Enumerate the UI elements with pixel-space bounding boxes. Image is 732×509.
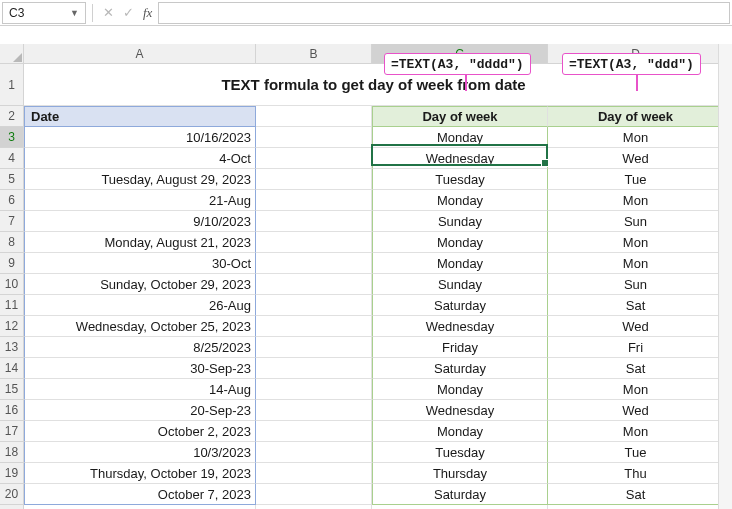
cell-D15[interactable]: Mon xyxy=(548,379,724,400)
cell-A20[interactable]: October 7, 2023 xyxy=(24,484,256,505)
row-header-4[interactable]: 4 xyxy=(0,148,24,169)
cell-C6[interactable]: Monday xyxy=(372,190,548,211)
cell-A3[interactable]: 10/16/2023 xyxy=(24,127,256,148)
row-header-13[interactable]: 13 xyxy=(0,337,24,358)
cell-A15[interactable]: 14-Aug xyxy=(24,379,256,400)
cell-B16[interactable] xyxy=(256,400,372,421)
cell-D8[interactable]: Mon xyxy=(548,232,724,253)
vertical-scrollbar[interactable] xyxy=(718,44,732,509)
chevron-down-icon[interactable]: ▼ xyxy=(70,8,79,18)
cell-B6[interactable] xyxy=(256,190,372,211)
cell-C15[interactable]: Monday xyxy=(372,379,548,400)
col-header-B[interactable]: B xyxy=(256,44,372,64)
cell-C7[interactable]: Sunday xyxy=(372,211,548,232)
row-header-12[interactable]: 12 xyxy=(0,316,24,337)
cell-B14[interactable] xyxy=(256,358,372,379)
cell-C14[interactable]: Saturday xyxy=(372,358,548,379)
cell-D10[interactable]: Sun xyxy=(548,274,724,295)
formula-input[interactable] xyxy=(158,2,730,24)
cell-A17[interactable]: October 2, 2023 xyxy=(24,421,256,442)
cell-C16[interactable]: Wednesday xyxy=(372,400,548,421)
cell-D4[interactable]: Wed xyxy=(548,148,724,169)
cell-C17[interactable]: Monday xyxy=(372,421,548,442)
cell-D19[interactable]: Thu xyxy=(548,463,724,484)
row-header-6[interactable]: 6 xyxy=(0,190,24,211)
row-header-20[interactable]: 20 xyxy=(0,484,24,505)
col-header-A[interactable]: A xyxy=(24,44,256,64)
cell-B17[interactable] xyxy=(256,421,372,442)
cell-B11[interactable] xyxy=(256,295,372,316)
cell-B19[interactable] xyxy=(256,463,372,484)
cell-D5[interactable]: Tue xyxy=(548,169,724,190)
cell-A6[interactable]: 21-Aug xyxy=(24,190,256,211)
cell-D16[interactable]: Wed xyxy=(548,400,724,421)
row-header-8[interactable]: 8 xyxy=(0,232,24,253)
grid[interactable]: ABCD1TEXT formula to get day of week fro… xyxy=(0,44,732,509)
header-day-short[interactable]: Day of week xyxy=(548,106,724,127)
row-header-16[interactable]: 16 xyxy=(0,400,24,421)
select-all-corner[interactable] xyxy=(0,44,24,64)
cell-D18[interactable]: Tue xyxy=(548,442,724,463)
cell-D9[interactable]: Mon xyxy=(548,253,724,274)
cell-C12[interactable]: Wednesday xyxy=(372,316,548,337)
cell-C9[interactable]: Monday xyxy=(372,253,548,274)
row-header-3[interactable]: 3 xyxy=(0,127,24,148)
cell-B7[interactable] xyxy=(256,211,372,232)
empty-cell[interactable] xyxy=(256,505,372,509)
cell-B12[interactable] xyxy=(256,316,372,337)
cell-D13[interactable]: Fri xyxy=(548,337,724,358)
cell-C18[interactable]: Tuesday xyxy=(372,442,548,463)
row-header-2[interactable]: 2 xyxy=(0,106,24,127)
empty-cell[interactable] xyxy=(24,505,256,509)
cell-A5[interactable]: Tuesday, August 29, 2023 xyxy=(24,169,256,190)
header-date[interactable]: Date xyxy=(24,106,256,127)
cell-D11[interactable]: Sat xyxy=(548,295,724,316)
row-header-1[interactable]: 1 xyxy=(0,64,24,106)
cell-A14[interactable]: 30-Sep-23 xyxy=(24,358,256,379)
row-header-19[interactable]: 19 xyxy=(0,463,24,484)
cell-B10[interactable] xyxy=(256,274,372,295)
cell-D3[interactable]: Mon xyxy=(548,127,724,148)
row-header-5[interactable]: 5 xyxy=(0,169,24,190)
cell-B3[interactable] xyxy=(256,127,372,148)
cell-C5[interactable]: Tuesday xyxy=(372,169,548,190)
row-header-7[interactable]: 7 xyxy=(0,211,24,232)
cell-C10[interactable]: Sunday xyxy=(372,274,548,295)
cell-D12[interactable]: Wed xyxy=(548,316,724,337)
empty-cell[interactable] xyxy=(548,505,724,509)
cell-B18[interactable] xyxy=(256,442,372,463)
cell-A18[interactable]: 10/3/2023 xyxy=(24,442,256,463)
cell-A4[interactable]: 4-Oct xyxy=(24,148,256,169)
cell-D20[interactable]: Sat xyxy=(548,484,724,505)
header-day-full[interactable]: Day of week xyxy=(372,106,548,127)
fx-icon[interactable]: fx xyxy=(139,5,156,21)
cell-A9[interactable]: 30-Oct xyxy=(24,253,256,274)
cell-A7[interactable]: 9/10/2023 xyxy=(24,211,256,232)
cell-B15[interactable] xyxy=(256,379,372,400)
cell-B20[interactable] xyxy=(256,484,372,505)
row-header-11[interactable]: 11 xyxy=(0,295,24,316)
cell-D17[interactable]: Mon xyxy=(548,421,724,442)
name-box[interactable]: C3 ▼ xyxy=(2,2,86,24)
cell-B9[interactable] xyxy=(256,253,372,274)
cell-D7[interactable]: Sun xyxy=(548,211,724,232)
cell-A8[interactable]: Monday, August 21, 2023 xyxy=(24,232,256,253)
cell-B4[interactable] xyxy=(256,148,372,169)
cell-A16[interactable]: 20-Sep-23 xyxy=(24,400,256,421)
row-header-15[interactable]: 15 xyxy=(0,379,24,400)
cell-C11[interactable]: Saturday xyxy=(372,295,548,316)
cell-C8[interactable]: Monday xyxy=(372,232,548,253)
cell-B8[interactable] xyxy=(256,232,372,253)
cell-A19[interactable]: Thursday, October 19, 2023 xyxy=(24,463,256,484)
cell-A10[interactable]: Sunday, October 29, 2023 xyxy=(24,274,256,295)
cell-B5[interactable] xyxy=(256,169,372,190)
cell-C13[interactable]: Friday xyxy=(372,337,548,358)
row-header-21[interactable]: 21 xyxy=(0,505,24,509)
row-header-10[interactable]: 10 xyxy=(0,274,24,295)
cell-C19[interactable]: Thursday xyxy=(372,463,548,484)
empty-cell[interactable] xyxy=(372,505,548,509)
cell-B13[interactable] xyxy=(256,337,372,358)
cell-D6[interactable]: Mon xyxy=(548,190,724,211)
row-header-9[interactable]: 9 xyxy=(0,253,24,274)
cell-C20[interactable]: Saturday xyxy=(372,484,548,505)
